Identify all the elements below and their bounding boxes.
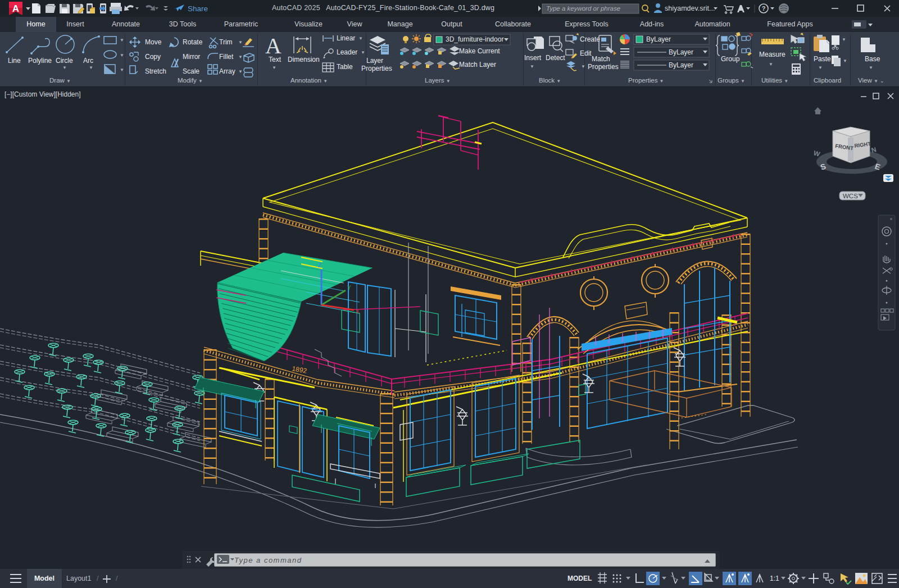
svg-text:▼: ▼: [89, 65, 93, 70]
svg-text:▼: ▼: [238, 54, 243, 60]
svg-text:Properties: Properties: [588, 63, 619, 71]
svg-text:Group: Group: [721, 55, 740, 63]
svg-text:▼: ▼: [358, 36, 363, 41]
svg-text:Create: Create: [580, 35, 600, 43]
svg-text:Copy: Copy: [145, 53, 161, 61]
svg-text:▼: ▼: [818, 65, 823, 70]
svg-text:Measure: Measure: [759, 51, 786, 58]
svg-text:Scale: Scale: [183, 67, 199, 75]
svg-text:shiyamdev.srit...: shiyamdev.srit...: [665, 4, 715, 12]
svg-text:▼: ▼: [238, 69, 243, 74]
svg-text:Linear: Linear: [337, 34, 355, 42]
svg-text:▼: ▼: [62, 65, 67, 70]
svg-text:1:1: 1:1: [770, 575, 779, 582]
svg-text:▼: ▼: [769, 62, 773, 67]
svg-text:Trim: Trim: [219, 38, 233, 46]
svg-text:▼: ▼: [581, 64, 585, 69]
svg-text:Stretch: Stretch: [145, 67, 166, 75]
svg-text:1892: 1892: [291, 364, 307, 375]
svg-text:Properties: Properties: [361, 65, 392, 72]
svg-text:ByLayer: ByLayer: [669, 61, 693, 69]
svg-text:▼: ▼: [120, 53, 124, 58]
svg-text:WCS: WCS: [843, 193, 858, 199]
svg-text:Detect: Detect: [546, 54, 565, 62]
svg-text:Edit: Edit: [580, 49, 592, 57]
svg-text:Dimension: Dimension: [288, 56, 320, 63]
svg-text:▼: ▼: [238, 40, 243, 45]
svg-text:▼: ▼: [120, 67, 124, 72]
svg-text:▼: ▼: [272, 65, 276, 70]
svg-text:Arc: Arc: [83, 57, 93, 65]
svg-text:?: ?: [762, 5, 766, 12]
svg-text:Type a keyword or phrase: Type a keyword or phrase: [546, 5, 620, 12]
svg-text:▼: ▼: [869, 65, 873, 70]
svg-text:X: X: [356, 308, 360, 314]
svg-text:E: E: [874, 162, 882, 172]
svg-text:▼: ▼: [842, 37, 846, 42]
svg-text:Y: Y: [347, 285, 351, 291]
svg-text:Mirror: Mirror: [183, 53, 200, 61]
svg-text:Rotate: Rotate: [183, 38, 203, 46]
svg-text:Base: Base: [865, 55, 880, 63]
svg-text:Leader: Leader: [337, 48, 357, 56]
svg-text:Match Layer: Match Layer: [459, 61, 496, 69]
svg-text:ByLayer: ByLayer: [646, 35, 671, 43]
svg-text:Fillet: Fillet: [219, 53, 234, 61]
svg-text:Move: Move: [145, 38, 162, 46]
svg-text:Polyline: Polyline: [28, 57, 52, 65]
svg-text:▼: ▼: [120, 38, 124, 43]
svg-text:Paste: Paste: [814, 55, 831, 63]
svg-text:▼: ▼: [530, 64, 534, 69]
svg-text:Text: Text: [269, 56, 281, 63]
svg-text:Array: Array: [219, 67, 235, 75]
svg-text:Table: Table: [337, 63, 353, 71]
svg-text:Circle: Circle: [56, 57, 73, 65]
svg-text:Line: Line: [8, 57, 21, 65]
svg-text:A: A: [12, 3, 19, 14]
svg-text:Layer: Layer: [366, 57, 383, 65]
svg-text:A: A: [265, 33, 281, 58]
svg-text:ByLayer: ByLayer: [669, 48, 693, 56]
svg-text:Share: Share: [188, 4, 208, 13]
svg-text:Insert: Insert: [524, 54, 542, 62]
svg-text:Z: Z: [318, 262, 321, 268]
svg-text:▼: ▼: [361, 50, 365, 55]
svg-text:3D_furniture-indoor: 3D_furniture-indoor: [446, 35, 503, 43]
svg-text:▼: ▼: [843, 58, 847, 63]
svg-text:Make Current: Make Current: [459, 47, 500, 55]
svg-text:Match: Match: [592, 55, 610, 63]
